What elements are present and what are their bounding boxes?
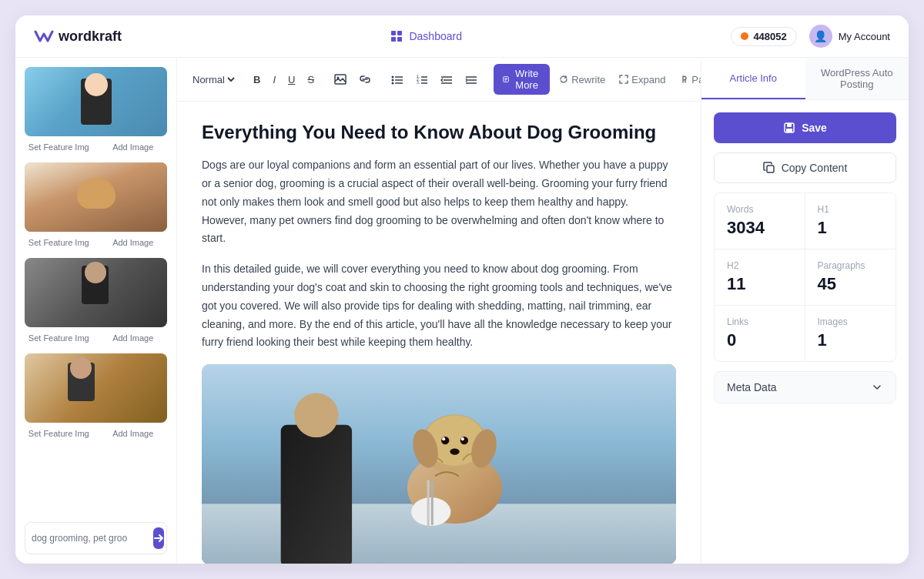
stat-images: Images 1 — [805, 306, 896, 361]
credits-badge: 448052 — [731, 27, 796, 46]
image-toolbar-button[interactable] — [330, 72, 350, 87]
svg-point-8 — [392, 79, 394, 82]
add-image-btn-3[interactable]: Add Image — [99, 332, 168, 344]
indent-increase-icon — [465, 74, 477, 85]
expand-button[interactable]: Expand — [614, 72, 670, 88]
logo-icon — [34, 28, 54, 44]
image-thumb-2 — [25, 162, 167, 232]
article-body: Dogs are our loyal companions and form a… — [202, 156, 676, 352]
h2-value: 11 — [727, 274, 792, 294]
write-more-button[interactable]: Write More — [494, 64, 550, 95]
svg-point-6 — [392, 76, 394, 79]
set-feature-btn-4[interactable]: Set Feature Img — [25, 427, 93, 440]
tab-article-info[interactable]: Article Info — [701, 58, 805, 99]
svg-rect-2 — [391, 37, 396, 42]
bold-button[interactable]: B — [249, 72, 264, 88]
image-2-actions: Set Feature Img Add Image — [25, 236, 167, 249]
rewrite-button[interactable]: Rewrite — [554, 72, 610, 88]
dashboard-link[interactable]: Dashboard — [409, 30, 462, 42]
add-image-btn-1[interactable]: Add Image — [99, 141, 168, 153]
save-label: Save — [802, 122, 827, 134]
account-label: My Account — [839, 31, 890, 42]
article-title: Everything You Need to Know About Dog Gr… — [202, 120, 676, 144]
svg-rect-47 — [787, 123, 792, 127]
credits-value: 448052 — [753, 31, 786, 42]
dashboard-icon — [390, 30, 403, 42]
image-item: Set Feature Img Add Image — [25, 353, 167, 440]
underline-button[interactable]: U — [284, 72, 299, 88]
sidebar-tabs: Article Info WordPress Auto Posting — [701, 58, 909, 100]
svg-point-38 — [450, 449, 459, 455]
image-panel: Set Feature Img Add Image Set Feature Im… — [15, 58, 177, 564]
copy-label: Copy Content — [782, 162, 848, 174]
svg-rect-41 — [281, 425, 352, 564]
set-feature-btn-1[interactable]: Set Feature Img — [25, 141, 93, 153]
dog-image-svg — [202, 364, 676, 564]
ol-button[interactable]: 1. 2. 3. — [412, 72, 432, 87]
stat-links: Links 0 — [715, 306, 805, 361]
editor-area: Normal B I U S — [177, 58, 701, 564]
paragraphs-label: Paragraphs — [818, 260, 884, 271]
images-value: 1 — [818, 330, 884, 350]
svg-text:3.: 3. — [417, 80, 420, 85]
link-button[interactable] — [355, 72, 375, 87]
indent-increase-button[interactable] — [461, 72, 481, 87]
tag-input-area — [25, 522, 167, 554]
write-more-icon — [503, 74, 509, 85]
paragraph-label: Paragraph — [691, 74, 701, 85]
tab-wordpress[interactable]: WordPress Auto Posting — [805, 58, 909, 99]
ul-icon — [391, 74, 403, 85]
meta-section: Meta Data — [714, 371, 896, 403]
set-feature-btn-3[interactable]: Set Feature Img — [25, 332, 93, 344]
words-label: Words — [727, 204, 792, 215]
write-more-label: Write More — [513, 68, 541, 91]
copy-content-button[interactable]: Copy Content — [714, 152, 896, 183]
rewrite-icon — [559, 75, 568, 84]
article-paragraph-2: In this detailed guide, we will cover ev… — [202, 260, 676, 352]
add-image-btn-4[interactable]: Add Image — [99, 427, 168, 440]
copy-icon — [763, 162, 775, 174]
app-name: wordkraft — [59, 28, 122, 45]
meta-header[interactable]: Meta Data — [715, 372, 896, 403]
expand-icon — [619, 75, 628, 84]
h1-value: 1 — [818, 218, 884, 238]
image-thumb-4 — [25, 353, 167, 423]
image-1-actions: Set Feature Img Add Image — [25, 141, 167, 153]
add-image-btn-2[interactable]: Add Image — [99, 236, 168, 249]
stat-paragraphs: Paragraphs 45 — [805, 249, 896, 306]
italic-button[interactable]: I — [269, 72, 280, 88]
format-select[interactable]: Normal — [189, 73, 237, 86]
account-button[interactable]: 👤 My Account — [809, 25, 890, 48]
stat-h2: H2 11 — [715, 249, 805, 306]
indent-decrease-button[interactable] — [437, 72, 457, 87]
nav-right: 448052 👤 My Account — [731, 25, 890, 48]
article-paragraph-1: Dogs are our loyal companions and form a… — [202, 156, 676, 248]
logo: wordkraft — [34, 28, 122, 45]
meta-label: Meta Data — [727, 381, 777, 393]
save-button[interactable]: Save — [714, 112, 896, 143]
send-button[interactable] — [153, 527, 164, 549]
links-value: 0 — [727, 330, 792, 350]
image-item: Set Feature Img Add Image — [25, 258, 167, 344]
toolbar: Normal B I U S — [177, 58, 701, 102]
image-icon — [334, 74, 346, 85]
links-label: Links — [727, 316, 792, 327]
ul-button[interactable] — [387, 72, 407, 87]
paragraph-button[interactable]: Paragraph — [675, 72, 701, 88]
set-feature-btn-2[interactable]: Set Feature Img — [25, 236, 93, 249]
svg-point-10 — [392, 82, 394, 85]
tag-input[interactable] — [32, 533, 147, 544]
credits-dot — [741, 32, 748, 40]
svg-point-37 — [461, 437, 464, 440]
ol-icon: 1. 2. 3. — [416, 74, 428, 85]
image-item: Set Feature Img Add Image — [25, 67, 167, 153]
link-icon — [359, 74, 371, 85]
editor-content[interactable]: Everything You Need to Know About Dog Gr… — [177, 102, 701, 564]
stat-words: Words 3034 — [715, 193, 805, 249]
svg-point-42 — [294, 393, 338, 437]
image-thumb-3 — [25, 258, 167, 327]
paragraph-icon — [679, 75, 688, 84]
svg-rect-44 — [427, 480, 430, 528]
nav-center: Dashboard — [390, 30, 462, 42]
strikethrough-button[interactable]: S — [303, 72, 318, 88]
